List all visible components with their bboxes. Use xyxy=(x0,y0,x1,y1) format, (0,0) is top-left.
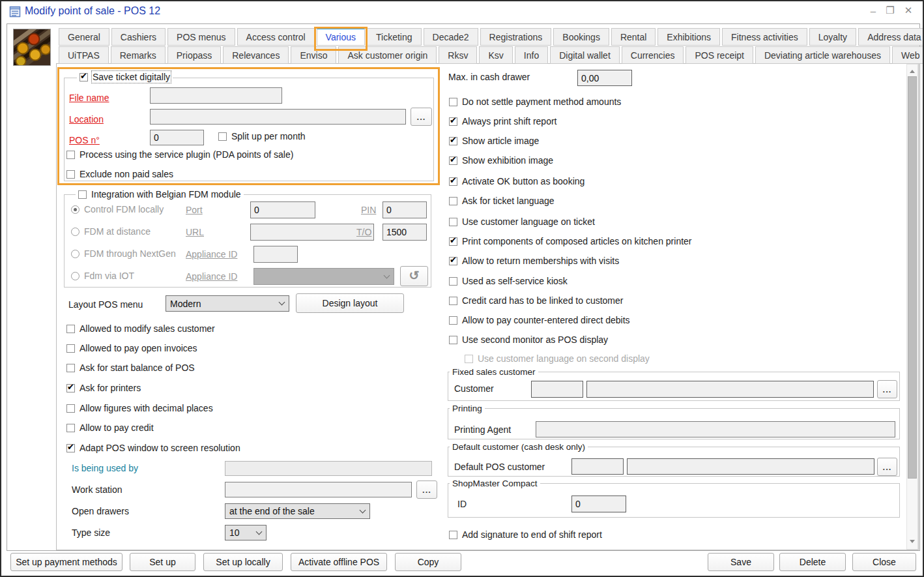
allow-return-memberships-checkbox[interactable]: Allow to return memberships with visits xyxy=(449,256,619,266)
credit-card-linked-checkbox[interactable]: Credit card has to be linked to customer xyxy=(449,295,623,306)
copy-button[interactable]: Copy xyxy=(395,553,461,571)
default-pos-customer-name-input[interactable] xyxy=(627,458,874,475)
fdm-integration-checkbox[interactable]: Integration with Belgian FDM module xyxy=(76,189,244,200)
print-components-kitchen-checkbox[interactable]: Print components of composed articles on… xyxy=(449,236,692,246)
tab-enviso[interactable]: Enviso xyxy=(291,46,336,64)
work-station-browse-button[interactable]: ... xyxy=(416,481,437,499)
appliance-id-iot-label: Appliance ID xyxy=(186,271,237,282)
tab-ask-customer-origin[interactable]: Ask customer origin xyxy=(338,46,437,64)
exclude-non-paid-sales-checkbox[interactable]: Exclude non paid sales xyxy=(66,169,173,179)
scroll-up-icon[interactable] xyxy=(910,70,915,73)
tab-web[interactable]: Web xyxy=(892,46,924,64)
control-fdm-locally-radio[interactable]: Control FDM locally xyxy=(71,204,164,215)
appliance-id-iot-dropdown[interactable] xyxy=(253,268,394,285)
always-print-shift-report-checkbox[interactable]: Always print shift report xyxy=(449,116,557,126)
tab-uitpas[interactable]: UiTPAS xyxy=(59,46,109,64)
customer-name-input[interactable] xyxy=(586,381,874,398)
fdm-through-nextgen-radio[interactable]: FDM through NextGen xyxy=(71,248,176,259)
type-size-dropdown[interactable]: 10 xyxy=(225,525,267,540)
show-exhibition-image-checkbox[interactable]: Show exhibition image xyxy=(449,155,553,166)
maximize-icon[interactable]: ❐ xyxy=(882,3,898,18)
max-cash-drawer-input[interactable] xyxy=(577,70,632,86)
tab-various[interactable]: Various xyxy=(317,28,365,46)
do-not-settle-checkbox[interactable]: Do not settle payment method amounts xyxy=(449,96,621,107)
allowed-pay-open-invoices-checkbox[interactable]: Allowed to pay open invoices xyxy=(66,343,197,353)
save-ticket-digitally-checkbox[interactable]: Save ticket digitally xyxy=(77,72,173,82)
tab-remarks[interactable]: Remarks xyxy=(111,46,166,64)
fdm-via-iot-radio[interactable]: Fdm via IOT xyxy=(71,271,134,281)
pos-number-input[interactable] xyxy=(150,130,204,145)
tab-ticketing[interactable]: Ticketing xyxy=(367,28,422,46)
show-article-image-checkbox[interactable]: Show article image xyxy=(449,136,539,146)
delete-button[interactable]: Delete xyxy=(779,553,846,571)
url-input[interactable] xyxy=(250,224,374,241)
set-up-locally-button[interactable]: Set up locally xyxy=(203,553,283,571)
customer-code-input[interactable] xyxy=(531,381,583,398)
pin-input[interactable] xyxy=(383,201,427,218)
tab-deviating-article-warehouses[interactable]: Deviating article warehouses xyxy=(755,46,890,64)
tab-ksv[interactable]: Ksv xyxy=(479,46,512,64)
tab-currencies[interactable]: Currencies xyxy=(622,46,684,64)
tab-pos-menus[interactable]: POS menus xyxy=(167,28,235,46)
tab-address-data[interactable]: Address data xyxy=(858,28,924,46)
ask-for-printers-checkbox[interactable]: Ask for printers xyxy=(66,383,141,393)
allow-decimal-figures-checkbox[interactable]: Allow figures with decimal places xyxy=(66,403,213,413)
chevron-down-icon xyxy=(360,507,366,513)
tab-digital-wallet[interactable]: Digital wallet xyxy=(550,46,620,64)
scrollbar-thumb[interactable] xyxy=(908,76,917,479)
set-up-button[interactable]: Set up xyxy=(130,553,195,571)
tab-cashiers[interactable]: Cashiers xyxy=(111,28,166,46)
appliance-id-nextgen-input[interactable] xyxy=(253,246,298,263)
refresh-appliance-button[interactable]: ↺ xyxy=(400,266,428,286)
minimize-icon[interactable]: – xyxy=(865,3,881,18)
allow-counter-direct-debits-checkbox[interactable]: Allow to pay counter-entered direct debi… xyxy=(449,315,630,325)
ask-start-balance-checkbox[interactable]: Ask for start balance of POS xyxy=(66,362,195,373)
close-icon[interactable]: ✕ xyxy=(901,3,916,18)
port-input[interactable] xyxy=(250,201,315,218)
layout-pos-menu-dropdown[interactable]: Modern xyxy=(166,295,289,312)
shopmaster-id-input[interactable] xyxy=(571,496,626,512)
activate-offline-pos-button[interactable]: Activate offline POS xyxy=(291,553,387,571)
ask-ticket-language-checkbox[interactable]: Ask for ticket language xyxy=(449,196,555,206)
default-pos-customer-code-input[interactable] xyxy=(571,458,624,475)
close-button[interactable]: Close xyxy=(852,553,916,571)
tab-registrations[interactable]: Registrations xyxy=(480,28,552,46)
work-station-input[interactable] xyxy=(225,482,412,497)
tab-rental[interactable]: Rental xyxy=(611,28,656,46)
tab-general[interactable]: General xyxy=(59,28,109,46)
use-second-monitor-checkbox[interactable]: Use second monitor as POS display xyxy=(449,334,608,345)
allowed-modify-sales-customer-checkbox[interactable]: Allowed to modify sales customer xyxy=(66,323,215,334)
tab-info[interactable]: Info xyxy=(515,46,548,64)
self-service-kiosk-checkbox[interactable]: Used as self-service kiosk xyxy=(449,276,568,286)
tab-fitness-activities[interactable]: Fitness activities xyxy=(722,28,807,46)
process-service-plugin-checkbox[interactable]: Process using the service plugin (PDA po… xyxy=(66,149,293,160)
tab-priopass[interactable]: Priopass xyxy=(167,46,221,64)
tab-bookings[interactable]: Bookings xyxy=(553,28,609,46)
tab-rksv[interactable]: Rksv xyxy=(439,46,477,64)
tab-exhibitions[interactable]: Exhibitions xyxy=(657,28,720,46)
tab-loyalty[interactable]: Loyalty xyxy=(809,28,856,46)
set-up-payment-methods-button[interactable]: Set up payment methods xyxy=(10,553,123,571)
fdm-at-distance-radio[interactable]: FDM at distance xyxy=(71,226,151,237)
default-pos-customer-browse-button[interactable]: ... xyxy=(877,458,897,476)
tab-decade2[interactable]: Decade2 xyxy=(424,28,478,46)
location-browse-button[interactable]: ... xyxy=(411,108,432,126)
allow-pay-credit-checkbox[interactable]: Allow to pay credit xyxy=(66,422,154,433)
split-per-month-checkbox[interactable]: Split up per month xyxy=(218,131,306,141)
add-signature-shift-report-checkbox[interactable]: Add signature to end of shift report xyxy=(449,529,602,540)
tab-access-control[interactable]: Access control xyxy=(237,28,315,46)
location-input[interactable] xyxy=(150,109,406,125)
open-drawers-dropdown[interactable]: at the end of the sale xyxy=(225,503,370,519)
adapt-pos-window-checkbox[interactable]: Adapt POS window to screen resolution xyxy=(66,443,240,453)
scroll-down-icon[interactable] xyxy=(910,540,915,543)
use-customer-language-ticket-checkbox[interactable]: Use customer language on ticket xyxy=(449,216,595,227)
customer-browse-button[interactable]: ... xyxy=(877,380,897,398)
printing-agent-input[interactable] xyxy=(536,421,895,437)
file-name-input[interactable] xyxy=(150,87,282,104)
activate-ok-booking-checkbox[interactable]: Activate OK button as booking xyxy=(449,176,585,186)
save-button[interactable]: Save xyxy=(708,553,774,571)
tab-pos-receipt[interactable]: POS receipt xyxy=(686,46,753,64)
timeout-input[interactable] xyxy=(383,224,427,241)
design-layout-button[interactable]: Design layout xyxy=(296,293,404,313)
tab-relevances[interactable]: Relevances xyxy=(223,46,289,64)
